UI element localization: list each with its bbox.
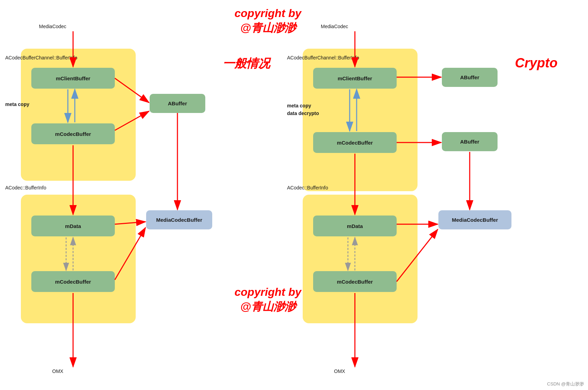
copyright-bottom: copyright by@青山渺渺 [202, 285, 334, 314]
left-acodec-buffer-info: ACodec::BufferInfo [5, 185, 46, 190]
left-meta-copy: meta copy [5, 101, 29, 107]
left-omx-bottom: OMX [52, 368, 63, 374]
left-mCodecBuffer-lower: mCodecBuffer [31, 271, 115, 292]
right-ABuffer-bottom: ABuffer [442, 132, 498, 151]
left-ABuffer: ABuffer [150, 94, 205, 113]
left-mData: mData [31, 216, 115, 236]
right-mCodecBuffer-upper: mCodecBuffer [313, 132, 397, 153]
copyright-top: copyright by@青山渺渺 [202, 6, 334, 35]
left-mCodecBuffer-upper: mCodecBuffer [31, 123, 115, 144]
right-mData: mData [313, 216, 397, 236]
right-ABuffer-top: ABuffer [442, 68, 498, 87]
left-mediacodec-top: MediaCodec [39, 24, 66, 29]
crypto-label: Crypto [515, 56, 557, 71]
right-data-decrypto: data decrypto [287, 111, 319, 116]
right-MediaCodecBuffer: MediaCodecBuffer [438, 210, 511, 229]
right-meta-copy: meta copy [287, 103, 311, 108]
left-lower-yellow-box [21, 195, 136, 323]
left-mClientBuffer: mClientBuffer [31, 68, 115, 89]
left-MediaCodecBuffer: MediaCodecBuffer [146, 210, 212, 229]
diagram-container: mClientBuffer mCodecBuffer mData mCodecB… [0, 0, 588, 390]
right-omx-bottom: OMX [334, 368, 345, 374]
general-label: 一般情况 [223, 56, 270, 71]
csdn-watermark: CSDN @青山渺渺 [547, 381, 584, 387]
right-acodec-buffer-channel: ACodecBufferChannel::BufferInfo [287, 55, 359, 60]
left-acodec-buffer-channel: ACodecBufferChannel::BufferInfo [5, 55, 77, 60]
right-acodec-buffer-info: ACodec::BufferInfo [287, 185, 328, 190]
right-mClientBuffer: mClientBuffer [313, 68, 397, 89]
